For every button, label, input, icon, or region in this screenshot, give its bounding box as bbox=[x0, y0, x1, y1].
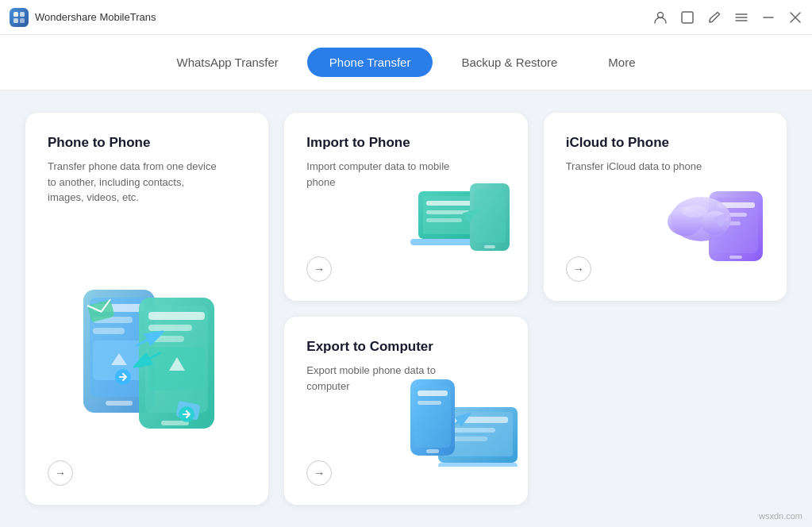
card-phone-to-phone-desc: Transfer phone data from one device to a… bbox=[48, 159, 222, 206]
svg-rect-3 bbox=[20, 18, 25, 23]
tab-backup[interactable]: Backup & Restore bbox=[439, 48, 579, 77]
minimize-button[interactable] bbox=[761, 10, 775, 25]
icloud-illustration bbox=[661, 167, 780, 263]
title-bar-left: Wondershare MobileTrans bbox=[10, 8, 156, 27]
svg-rect-0 bbox=[13, 12, 18, 17]
title-bar-controls bbox=[653, 10, 802, 25]
svg-rect-23 bbox=[148, 312, 205, 320]
menu-icon[interactable] bbox=[734, 10, 749, 25]
card-export-to-computer[interactable]: Export to Computer Export mobile phone d… bbox=[284, 317, 527, 505]
svg-rect-40 bbox=[484, 245, 495, 248]
tab-phone[interactable]: Phone Transfer bbox=[307, 48, 433, 77]
card-phone-to-phone-title: Phone to Phone bbox=[48, 135, 246, 151]
card-icloud-arrow[interactable]: → bbox=[566, 256, 591, 282]
card-import-arrow[interactable]: → bbox=[306, 256, 332, 282]
nav-bar: WhatsApp Transfer Phone Transfer Backup … bbox=[0, 35, 812, 90]
svg-rect-53 bbox=[438, 463, 518, 467]
window-icon[interactable] bbox=[680, 10, 695, 25]
card-import-to-phone[interactable]: Import to Phone Import computer data to … bbox=[284, 113, 527, 301]
card-icloud-title: iCloud to Phone bbox=[566, 135, 764, 151]
svg-rect-14 bbox=[106, 401, 133, 406]
main-content: Phone to Phone Transfer phone data from … bbox=[0, 90, 812, 527]
close-button[interactable] bbox=[788, 10, 802, 25]
card-export-title: Export to Computer bbox=[306, 339, 505, 355]
app-title: Wondershare MobileTrans bbox=[35, 11, 156, 23]
svg-rect-5 bbox=[682, 12, 693, 23]
svg-rect-1 bbox=[20, 12, 25, 17]
svg-rect-43 bbox=[729, 256, 742, 259]
card-phone-to-phone[interactable]: Phone to Phone Transfer phone data from … bbox=[25, 113, 268, 505]
user-icon[interactable] bbox=[653, 10, 668, 25]
svg-point-50 bbox=[682, 205, 707, 217]
svg-rect-37 bbox=[426, 218, 462, 222]
tab-whatsapp[interactable]: WhatsApp Transfer bbox=[154, 48, 300, 77]
app-icon bbox=[10, 8, 29, 27]
title-bar: Wondershare MobileTrans bbox=[0, 0, 812, 35]
svg-point-49 bbox=[701, 211, 729, 235]
svg-rect-60 bbox=[418, 390, 448, 396]
card-phone-to-phone-arrow[interactable]: → bbox=[48, 460, 73, 486]
tab-more[interactable]: More bbox=[586, 48, 657, 77]
edit-icon[interactable] bbox=[707, 10, 722, 25]
import-illustration bbox=[402, 167, 521, 263]
svg-rect-61 bbox=[418, 401, 441, 405]
phone-to-phone-illustration bbox=[44, 250, 250, 456]
card-icloud-to-phone[interactable]: iCloud to Phone Transfer iCloud data to … bbox=[544, 113, 787, 301]
card-export-arrow[interactable]: → bbox=[306, 460, 332, 486]
cards-grid: Phone to Phone Transfer phone data from … bbox=[25, 113, 787, 505]
svg-rect-17 bbox=[93, 328, 125, 334]
export-illustration bbox=[402, 371, 521, 467]
card-import-title: Import to Phone bbox=[306, 135, 505, 151]
watermark: wsxdn.com bbox=[759, 511, 802, 521]
svg-rect-59 bbox=[426, 449, 439, 453]
svg-rect-36 bbox=[426, 210, 470, 214]
svg-rect-39 bbox=[474, 189, 506, 243]
svg-rect-2 bbox=[13, 18, 18, 23]
svg-rect-24 bbox=[148, 325, 192, 331]
